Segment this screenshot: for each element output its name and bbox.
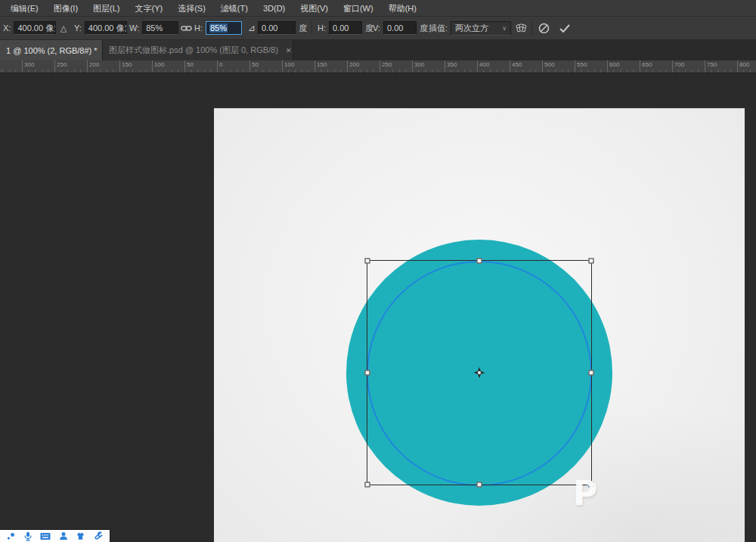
y-label: Y: xyxy=(74,23,82,33)
menu-item-1[interactable]: 编辑(E) xyxy=(3,0,46,17)
x-position-group: X: 400.00 像素 xyxy=(3,17,56,39)
ruler-tick-label: 550 xyxy=(575,60,587,73)
menu-item-2[interactable]: 图像(I) xyxy=(46,0,85,17)
y-position-input[interactable]: 400.00 像素 xyxy=(85,21,127,35)
chevron-down-icon: ∨ xyxy=(502,25,507,32)
y-position-group: Y: 400.00 像素 xyxy=(74,17,127,39)
menu-bar: 编辑(E)图像(I)图层(L)文字(Y)选择(S)滤镜(T)3D(D)视图(V)… xyxy=(0,0,756,17)
watermark-letter: P xyxy=(573,474,597,513)
sogou-logo-icon[interactable] xyxy=(7,531,15,540)
ruler-tick-label: 600 xyxy=(607,60,619,73)
ruler-tick-label: 750 xyxy=(705,60,717,73)
interpolation-label: 插值: xyxy=(429,23,448,34)
transform-handle-top-middle[interactable] xyxy=(477,259,482,264)
ruler-tick-label: 350 xyxy=(445,60,457,73)
ruler-tick-label: 50 xyxy=(249,60,259,73)
width-scale-input[interactable]: 85% xyxy=(142,21,178,35)
ruler-tick-label: 200 xyxy=(87,60,99,73)
transform-handle-bottom-left[interactable] xyxy=(365,482,370,488)
microphone-icon[interactable] xyxy=(23,531,33,541)
h-skew-label: H: xyxy=(318,23,326,33)
tab-untitled-document[interactable]: 1 @ 100% (2, RGB/8#) * ✕ xyxy=(0,40,103,60)
transform-handle-top-left[interactable] xyxy=(365,259,370,264)
ruler-tick-label: 250 xyxy=(380,60,392,73)
cancel-transform-icon[interactable] xyxy=(535,17,552,39)
menu-item-8[interactable]: 视图(V) xyxy=(293,0,336,17)
width-scale-group: W: 85% xyxy=(129,17,178,39)
ruler-tick-label: 450 xyxy=(510,60,522,73)
link-dimensions-icon[interactable] xyxy=(179,17,193,39)
ruler-tick-label: 150 xyxy=(119,60,132,73)
ruler-tick-label: 100 xyxy=(282,60,294,73)
rotation-input[interactable]: 0.00 xyxy=(258,21,296,35)
v-skew-input[interactable]: 0.00 xyxy=(383,21,417,35)
menu-item-4[interactable]: 文字(Y) xyxy=(128,0,171,17)
ruler-tick-label: 800 xyxy=(737,60,749,73)
menu-item-3[interactable]: 图层(L) xyxy=(85,0,127,17)
ruler-tick-label: 200 xyxy=(347,60,359,73)
ruler-tick-label: 300 xyxy=(412,60,424,73)
interpolation-dropdown[interactable]: 两次立方 ∨ xyxy=(451,21,511,36)
person-icon[interactable] xyxy=(59,531,68,540)
x-label: X: xyxy=(3,23,11,33)
ruler-tick-label: 700 xyxy=(672,60,684,73)
keyboard-icon[interactable] xyxy=(40,532,51,540)
v-skew-unit: 度 xyxy=(420,23,428,34)
ruler-tick-label: 0 xyxy=(217,60,222,73)
height-scale-input[interactable]: 85% xyxy=(206,21,242,35)
relative-positioning-icon[interactable]: △ xyxy=(57,17,70,39)
horizontal-ruler: 3002502001501005005010015020025030035040… xyxy=(0,60,756,73)
close-icon[interactable]: ✕ xyxy=(284,45,293,56)
skin-icon[interactable] xyxy=(76,531,85,540)
rotation-unit: 度 xyxy=(299,23,307,34)
interpolation-group: 插值: 两次立方 ∨ xyxy=(429,17,511,39)
ruler-tick-label: 300 xyxy=(22,60,34,73)
transform-handle-top-right[interactable] xyxy=(589,259,594,264)
document-tab-bar: 1 @ 100% (2, RGB/8#) * ✕ 图层样式做图标.psd @ 1… xyxy=(0,40,756,60)
tab-layer-style-document[interactable]: 图层样式做图标.psd @ 100% (图层 0, RGB/8) ✕ xyxy=(103,40,293,60)
transform-handle-middle-left[interactable] xyxy=(365,370,370,376)
rotation-group: 0.00 度 xyxy=(258,17,307,39)
height-scale-group: H: 85% xyxy=(194,17,242,39)
transform-reference-point[interactable] xyxy=(474,367,485,380)
menu-item-10[interactable]: 帮助(H) xyxy=(381,0,424,17)
toolbox-icon[interactable] xyxy=(94,531,103,540)
v-skew-label: V: xyxy=(373,23,380,33)
ruler-tick-label: 400 xyxy=(477,60,489,73)
h-skew-input[interactable]: 0.00 xyxy=(329,21,362,35)
ruler-tick-label: 100 xyxy=(152,60,164,73)
transform-handle-bottom-middle[interactable] xyxy=(477,482,482,488)
commit-transform-icon[interactable] xyxy=(556,17,573,39)
ruler-tick-label: 650 xyxy=(640,60,652,73)
ruler-tick-label: 150 xyxy=(314,60,327,73)
workspace-pasteboard: P xyxy=(0,73,756,542)
height-label: H: xyxy=(194,23,203,33)
menu-item-7[interactable]: 3D(D) xyxy=(256,0,293,17)
menu-item-9[interactable]: 窗口(W) xyxy=(336,0,381,17)
ruler-tick-label: 500 xyxy=(542,60,554,73)
h-skew-group: H: 0.00 度 xyxy=(318,17,373,39)
warp-mode-toggle-icon[interactable] xyxy=(513,17,529,39)
width-label: W: xyxy=(129,23,139,33)
ruler-tick-label: 50 xyxy=(184,60,194,73)
x-position-input[interactable]: 400.00 像素 xyxy=(14,21,56,35)
ime-toolbar[interactable] xyxy=(0,529,110,542)
v-skew-group: V: 0.00 度 xyxy=(373,17,428,39)
angle-icon: ⊿ xyxy=(246,17,257,39)
menu-item-5[interactable]: 选择(S) xyxy=(170,0,213,17)
menu-item-6[interactable]: 滤镜(T) xyxy=(213,0,256,17)
transform-handle-middle-right[interactable] xyxy=(589,370,594,376)
ruler-tick-label: 250 xyxy=(54,60,67,73)
document-canvas[interactable]: P xyxy=(214,108,745,542)
transform-options-bar: X: 400.00 像素 △ Y: 400.00 像素 W: 85% H: 85… xyxy=(0,17,756,40)
